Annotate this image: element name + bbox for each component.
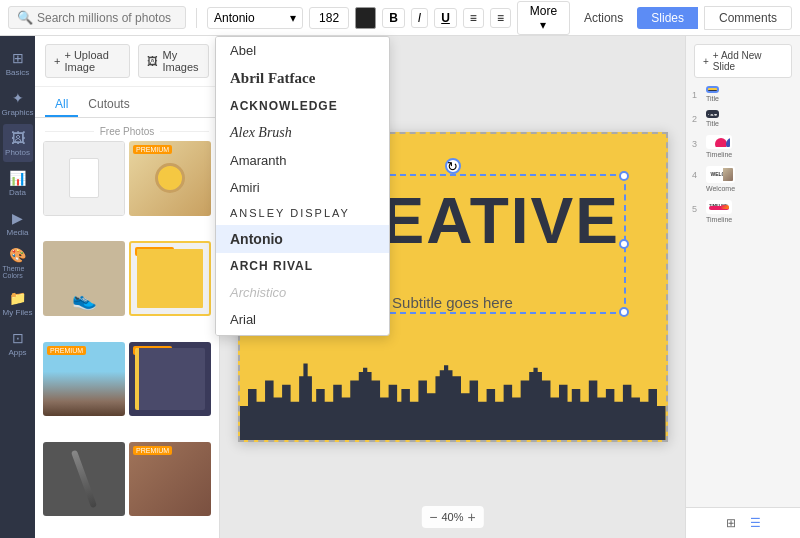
- slides-tab[interactable]: Slides: [637, 7, 698, 29]
- slides-list: 1 CREATIVE Title 2: [686, 86, 800, 507]
- slide-item-4: 4 WELCOME Welcome: [692, 166, 794, 191]
- sidebar-item-apps[interactable]: ⊡ Apps: [3, 324, 33, 362]
- rotate-handle[interactable]: ↻: [445, 158, 461, 174]
- font-item-antonio[interactable]: Antonio: [216, 225, 389, 253]
- media-icon: ▶: [12, 210, 23, 226]
- font-item-archistico[interactable]: Archistico: [216, 279, 389, 306]
- photo-item-6[interactable]: PREMIUM: [129, 342, 211, 417]
- font-item-audrey[interactable]: Audrey: [216, 333, 389, 336]
- sidebar-item-media[interactable]: ▶ Media: [3, 204, 33, 242]
- font-item-abril[interactable]: Abril Fatface: [216, 64, 389, 93]
- sidebar-item-graphics[interactable]: ✦ Graphics: [3, 84, 33, 122]
- slide-number-1: 1: [692, 90, 702, 100]
- photo-placeholder-1: [44, 142, 124, 215]
- font-name-label: Antonio: [214, 11, 255, 25]
- slide-thumb-5[interactable]: TIMELINE: [706, 200, 732, 215]
- thumb-city-1: [708, 90, 717, 91]
- upload-image-button[interactable]: + + Upload Image: [45, 44, 130, 78]
- slide-item-2: 2 CREATIVE Some text here Title: [692, 110, 794, 126]
- thumb-title-2: Title: [706, 120, 719, 127]
- zoom-out-button[interactable]: −: [429, 509, 437, 525]
- slide-item-5: 5 TIMELINE Timeline: [692, 200, 794, 224]
- photo-item-8[interactable]: PREMIUM: [129, 442, 211, 517]
- slide-thumb-3[interactable]: [706, 135, 732, 150]
- sidebar-item-my-files[interactable]: 📁 My Files: [3, 284, 33, 322]
- font-selector[interactable]: Antonio ▾: [207, 7, 303, 29]
- photo-item-2[interactable]: PREMIUM: [129, 141, 211, 216]
- list-view-button[interactable]: ☰: [746, 514, 765, 532]
- italic-button[interactable]: I: [411, 8, 428, 28]
- photo-item-5[interactable]: PREMIUM: [43, 342, 125, 417]
- panel-area: + + Upload Image 🖼 My Images All Cutouts…: [35, 36, 220, 538]
- basics-icon: ⊞: [12, 50, 24, 66]
- chevron-down-icon: ▾: [290, 11, 296, 25]
- sidebar-label-data: Data: [9, 188, 26, 197]
- upload-label: + Upload Image: [64, 49, 121, 73]
- section-title: Free Photos: [35, 118, 219, 141]
- font-size-input[interactable]: [309, 7, 349, 29]
- underline-button[interactable]: U: [434, 8, 457, 28]
- apps-icon: ⊡: [12, 330, 24, 346]
- sidebar-label-theme: Theme Colors: [3, 265, 33, 279]
- slide-subtitle-text[interactable]: Subtitle goes here: [392, 294, 513, 311]
- my-images-button[interactable]: 🖼 My Images: [138, 44, 209, 78]
- search-input[interactable]: [37, 11, 177, 25]
- photo-grid: PREMIUM 👟 PREMIUM PREMIUM PREMIUM: [35, 141, 219, 538]
- search-bar[interactable]: 🔍: [8, 6, 186, 29]
- add-slide-icon: +: [703, 56, 709, 67]
- font-item-alexbrush[interactable]: Alex Brush: [216, 119, 389, 147]
- font-item-abel[interactable]: Abel: [216, 37, 389, 64]
- font-item-arial[interactable]: Arial: [216, 306, 389, 333]
- sidebar-label-photos: Photos: [5, 148, 30, 157]
- font-item-ansley[interactable]: ANSLEY DISPLAY: [216, 201, 389, 225]
- thumb-title-5: Timeline: [706, 216, 732, 223]
- sidebar-item-theme-colors[interactable]: 🎨 Theme Colors: [3, 244, 33, 282]
- bold-button[interactable]: B: [382, 8, 405, 28]
- slide-item-3: 3 Timeline: [692, 135, 794, 159]
- sidebar-item-data[interactable]: 📊 Data: [3, 164, 33, 202]
- slide-thumb-1[interactable]: CREATIVE: [706, 86, 719, 93]
- zoom-control: − 40% +: [421, 506, 483, 528]
- font-dropdown: Abel Abril Fatface ACKNOWLEDGE Alex Brus…: [215, 36, 390, 336]
- tab-all[interactable]: All: [45, 93, 78, 117]
- search-icon: 🔍: [17, 10, 33, 25]
- slide-number-4: 4: [692, 170, 702, 180]
- sidebar-label-graphics: Graphics: [2, 108, 34, 117]
- handle-right[interactable]: [619, 239, 629, 249]
- thumb-circles-3: [715, 138, 733, 149]
- photo-item-4[interactable]: PREMIUM: [129, 241, 211, 316]
- circle-blue: [726, 138, 733, 149]
- more-button[interactable]: More ▾: [517, 1, 570, 35]
- slide-item-1: 1 CREATIVE Title: [692, 86, 794, 102]
- handle-top-right[interactable]: [619, 171, 629, 181]
- sidebar-item-photos[interactable]: 🖼 Photos: [3, 124, 33, 162]
- photo-item-3[interactable]: 👟: [43, 241, 125, 316]
- slide-number-5: 5: [692, 204, 702, 214]
- chevron-down-icon2: ▾: [540, 18, 546, 32]
- photo-item-7[interactable]: [43, 442, 125, 517]
- premium-badge-2: PREMIUM: [133, 145, 172, 154]
- circle-pink: [715, 138, 727, 149]
- tab-cutouts[interactable]: Cutouts: [78, 93, 139, 117]
- grid-view-button[interactable]: ⊞: [722, 514, 740, 532]
- handle-bottom-right[interactable]: [619, 307, 629, 317]
- list2-button[interactable]: ≡: [490, 8, 511, 28]
- slide-thumb-2[interactable]: CREATIVE Some text here: [706, 110, 719, 117]
- comments-tab[interactable]: Comments: [704, 6, 792, 30]
- add-slide-button[interactable]: + + Add New Slide: [694, 44, 792, 78]
- data-icon: 📊: [9, 170, 26, 186]
- font-item-archrival[interactable]: ARCH RIVAL: [216, 253, 389, 279]
- sidebar-item-basics[interactable]: ⊞ Basics: [3, 44, 33, 82]
- slide-thumb-4[interactable]: WELCOME: [706, 166, 735, 182]
- zoom-in-button[interactable]: +: [468, 509, 476, 525]
- color-picker[interactable]: [355, 7, 376, 29]
- font-item-acknowledge[interactable]: ACKNOWLEDGE: [216, 93, 389, 119]
- list1-button[interactable]: ≡: [463, 8, 484, 28]
- font-item-amiri[interactable]: Amiri: [216, 174, 389, 201]
- photo-item-1[interactable]: [43, 141, 125, 216]
- sidebar-label-basics: Basics: [6, 68, 30, 77]
- actions-button[interactable]: Actions: [576, 8, 631, 28]
- left-sidebar: ⊞ Basics ✦ Graphics 🖼 Photos 📊 Data ▶ Me…: [0, 36, 35, 538]
- font-item-amaranth[interactable]: Amaranth: [216, 147, 389, 174]
- sidebar-label-apps: Apps: [8, 348, 26, 357]
